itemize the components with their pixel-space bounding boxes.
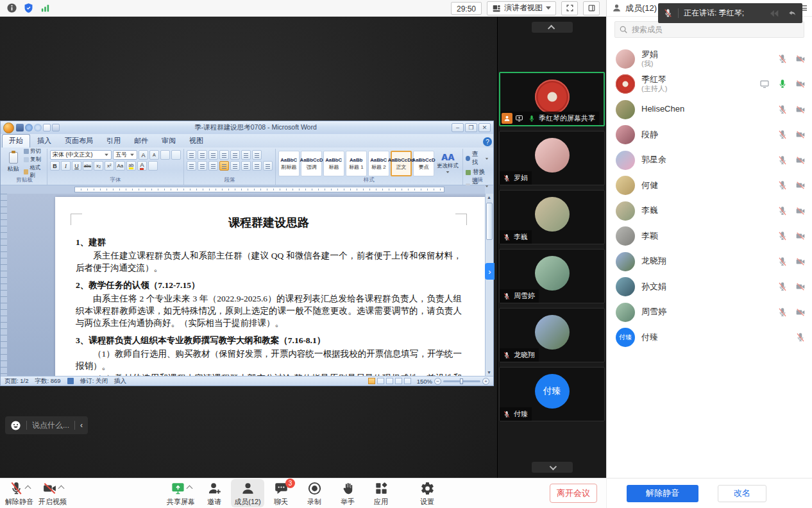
collapse-strip-button[interactable]: [532, 22, 573, 33]
word-ribbon: 粘贴 剪切 复制 格式刷 剪贴板 宋体 (中文正文) 五号: [1, 148, 493, 185]
toolbar-解除静音[interactable]: 解除静音: [3, 479, 36, 507]
word-ribbon-tab: 视图: [183, 135, 210, 148]
draft-view-icon: [404, 378, 411, 384]
word-ribbon-tab: 插入: [31, 135, 58, 148]
mic-muted-icon: [501, 173, 512, 183]
underline-button: [72, 161, 81, 171]
line-spacing-button: [241, 161, 251, 171]
office-button: [3, 123, 14, 133]
find-icon: [466, 156, 470, 161]
search-members-input[interactable]: [614, 21, 804, 38]
collapse-chat-icon[interactable]: ‹: [80, 421, 83, 430]
mic-muted-icon: [501, 232, 512, 242]
member-row[interactable]: 郭星余: [607, 148, 812, 173]
speaking-toast-text: 正在讲话: 季红琴;: [684, 8, 744, 19]
chat-input-placeholder[interactable]: 说点什么...: [32, 420, 69, 431]
camera-icon: [795, 206, 806, 216]
video-tile[interactable]: 龙晓翔: [499, 308, 605, 362]
styles-group: AaBbC副标题AaBbCcD强调AaBbC标题AaBb标题 1AaBbC标题 …: [276, 149, 463, 185]
member-name: 孙文娟: [641, 282, 666, 292]
rename-button[interactable]: 改名: [718, 485, 766, 502]
revision-status: 修订: 关闭: [80, 377, 108, 385]
camera-off-icon: [42, 481, 57, 496]
leave-meeting-button[interactable]: 离开会议: [550, 484, 597, 503]
toolbar-举手[interactable]: 举手: [331, 479, 364, 507]
expand-arrow-button[interactable]: ›: [485, 263, 495, 280]
mic-icon: [777, 180, 788, 190]
clipboard-group: 粘贴 剪切 复制 格式刷 剪贴板: [2, 149, 47, 185]
toolbar-邀请[interactable]: 邀请: [198, 479, 231, 507]
unmute-button[interactable]: 解除静音: [627, 485, 698, 502]
avatar: [616, 100, 635, 119]
toolbar-成员(12)[interactable]: 成员(12): [231, 479, 264, 507]
member-name: 罗娟: [641, 50, 658, 60]
toolbar-录制[interactable]: 录制: [298, 479, 331, 507]
highlight-button: [126, 161, 136, 171]
fullscreen-button[interactable]: [561, 1, 578, 15]
video-tile[interactable]: 季红琴的屏幕共享: [499, 72, 605, 126]
member-row[interactable]: 罗娟 (我): [607, 46, 812, 72]
emoji-icon[interactable]: [10, 420, 21, 431]
zoom-level: 150%: [417, 378, 432, 385]
paragraph-group: 段落: [184, 149, 276, 185]
avatar: [616, 277, 635, 296]
screen-share-icon: [759, 79, 770, 89]
member-row[interactable]: 李巍: [607, 198, 812, 224]
find-button: 查找: [466, 150, 489, 167]
word-window: 季-课程群建设思考0708 - Microsoft Word – ❐ ✕ 开始插…: [0, 121, 494, 386]
screen-share-icon: [514, 113, 525, 124]
avatar: 付臻: [616, 328, 635, 347]
expand-strip-button[interactable]: [532, 462, 573, 473]
apps-icon: [374, 481, 389, 496]
member-name: HeliseChen: [641, 105, 684, 114]
toolbar-共享屏幕[interactable]: 共享屏幕: [164, 479, 198, 507]
mic-muted-icon: [501, 291, 512, 301]
member-row[interactable]: 季红琴 (主持人): [607, 72, 812, 97]
member-row[interactable]: 龙晓翔: [607, 249, 812, 275]
member-row[interactable]: 周雪婷: [607, 300, 812, 325]
member-row[interactable]: 孙文娟: [607, 275, 812, 300]
toolbar-开启视频[interactable]: 开启视频: [36, 479, 69, 507]
member-subtitle: (我): [641, 60, 658, 68]
chevron-up-icon[interactable]: [186, 486, 192, 492]
sort-button: [241, 150, 251, 160]
member-row[interactable]: 李颖: [607, 224, 812, 250]
word-ribbon-tab: 引用: [100, 135, 127, 148]
video-tile[interactable]: 付臻 付臻: [499, 367, 605, 421]
signal-icon[interactable]: [40, 3, 51, 13]
document-paragraph: 1、建群: [76, 237, 462, 248]
strikethrough-button: [83, 161, 92, 171]
minimize-icon: –: [452, 123, 464, 132]
vertical-ruler: [1, 194, 7, 376]
zoom-in-icon: +: [482, 378, 489, 385]
member-row[interactable]: HeliseChen: [607, 97, 812, 123]
member-row[interactable]: 何健: [607, 173, 812, 199]
toolbar-应用[interactable]: 应用: [364, 479, 398, 507]
members-icon: [241, 481, 255, 496]
camera-icon: [795, 231, 806, 241]
quick-chat-bar[interactable]: 说点什么... ‹: [5, 416, 88, 434]
side-panel-button[interactable]: [583, 1, 600, 15]
toolbar-设置[interactable]: 设置: [410, 479, 444, 507]
tile-name-label: 季红琴的屏幕共享: [539, 114, 595, 123]
style-chip: AaBbC标题: [323, 151, 344, 176]
chevron-up-icon[interactable]: [58, 486, 64, 492]
meeting-app: 29:50 演讲者视图 季-课程群建设思考07: [0, 0, 812, 508]
member-row[interactable]: 段静: [607, 123, 812, 148]
camera-icon: [795, 155, 806, 165]
mic-icon: [777, 130, 788, 140]
speaker-view-button[interactable]: 演讲者视图: [487, 1, 556, 15]
video-tile[interactable]: 周雪婷: [499, 249, 605, 303]
member-row[interactable]: 付臻 付臻: [607, 325, 812, 351]
video-tile[interactable]: 罗娟: [499, 131, 605, 185]
video-tile[interactable]: 李巍: [499, 190, 605, 244]
shield-icon[interactable]: [23, 3, 34, 13]
zoom-slider: [443, 380, 480, 382]
chevron-up-icon[interactable]: [24, 486, 31, 492]
document-paragraph: 课程群建设思路: [76, 215, 462, 230]
info-icon[interactable]: [6, 3, 17, 13]
close-icon: ✕: [478, 123, 491, 132]
style-chip: AaBbC标题 2: [368, 151, 389, 176]
toolbar-聊天[interactable]: 聊天 3: [264, 479, 298, 507]
camera-icon: [795, 257, 806, 267]
